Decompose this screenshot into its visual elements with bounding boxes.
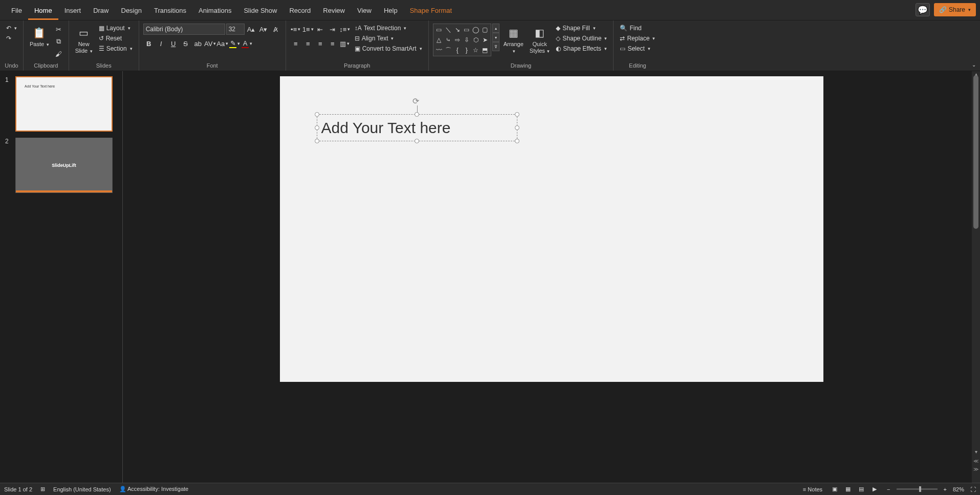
- bold-button[interactable]: B: [143, 38, 155, 49]
- gallery-down[interactable]: ▾: [492, 33, 499, 42]
- tab-help[interactable]: Help: [378, 3, 404, 20]
- vertical-scrollbar[interactable]: ▴ ▾ ≪ ≫: [972, 71, 980, 483]
- decrease-indent-button[interactable]: ⇤: [315, 24, 326, 35]
- tab-insert[interactable]: Insert: [58, 3, 88, 20]
- reset-button[interactable]: ↺ Reset: [97, 34, 135, 43]
- replace-button[interactable]: ⇄ Replace ▾: [618, 34, 657, 43]
- tab-shape-format[interactable]: Shape Format: [404, 3, 458, 20]
- shape-arrow-block[interactable]: ➤: [481, 35, 490, 45]
- shape-arrow-down[interactable]: ⇩: [462, 35, 471, 45]
- resize-handle-bm[interactable]: [415, 139, 419, 143]
- shape-brace-left[interactable]: {: [453, 46, 462, 55]
- zoom-level[interactable]: 82%: [953, 486, 964, 492]
- arrange-button[interactable]: ▦ Arrange▾: [502, 24, 526, 56]
- thumbnail-2[interactable]: 2 SlideUpLift: [5, 138, 117, 193]
- fit-to-window-button[interactable]: ⛶: [970, 486, 976, 492]
- tab-draw[interactable]: Draw: [87, 3, 115, 20]
- gallery-more[interactable]: ⊽: [492, 42, 499, 51]
- shape-line[interactable]: ＼: [444, 25, 453, 34]
- align-left-button[interactable]: ≡: [290, 38, 301, 49]
- tab-record[interactable]: Record: [283, 3, 317, 20]
- strikethrough-button[interactable]: S: [180, 38, 191, 49]
- resize-handle-tr[interactable]: [515, 112, 519, 117]
- shape-hexagon[interactable]: ⬡: [471, 35, 481, 45]
- select-button[interactable]: ▭ Select ▾: [618, 44, 657, 53]
- slideshow-view-button[interactable]: ▶: [868, 485, 881, 494]
- next-slide[interactable]: ≫: [972, 466, 980, 475]
- tab-slideshow[interactable]: Slide Show: [237, 3, 283, 20]
- textbox-content[interactable]: Add Your Text here: [321, 119, 451, 137]
- layout-button[interactable]: ▦ Layout ▾: [97, 24, 135, 33]
- columns-button[interactable]: ▥▾: [339, 38, 351, 49]
- align-text-button[interactable]: ⊟ Align Text ▾: [353, 34, 424, 43]
- align-right-button[interactable]: ≡: [315, 38, 326, 49]
- resize-handle-br[interactable]: [515, 139, 519, 143]
- shape-rectangle[interactable]: ▭: [462, 25, 471, 34]
- ribbon-collapse-button[interactable]: ⌄: [972, 62, 976, 68]
- line-spacing-button[interactable]: ↕≡▾: [339, 24, 351, 35]
- shrink-font-button[interactable]: A▾: [258, 24, 269, 35]
- reading-view-button[interactable]: ▤: [855, 485, 867, 494]
- rotate-handle[interactable]: ⟳: [412, 96, 422, 105]
- font-size-select[interactable]: [226, 24, 245, 35]
- undo-button[interactable]: ↶▾: [4, 24, 19, 33]
- tab-design[interactable]: Design: [115, 3, 148, 20]
- shape-triangle[interactable]: △: [434, 35, 444, 45]
- tab-view[interactable]: View: [351, 3, 378, 20]
- comments-button[interactable]: 💬: [916, 3, 930, 16]
- thumbnail-1[interactable]: 1 Add Your Text here: [5, 76, 117, 132]
- resize-handle-bl[interactable]: [315, 139, 319, 143]
- increase-indent-button[interactable]: ⇥: [327, 24, 338, 35]
- prev-slide[interactable]: ≪: [972, 458, 980, 466]
- shape-star[interactable]: ☆: [471, 46, 481, 55]
- shape-curve[interactable]: ⌒: [444, 46, 453, 55]
- font-color-button[interactable]: A▾: [242, 38, 253, 49]
- scroll-down[interactable]: ▾: [972, 449, 980, 457]
- copy-button[interactable]: ⧉: [53, 36, 64, 47]
- align-center-button[interactable]: ≡: [302, 38, 314, 49]
- change-case-button[interactable]: Aa▾: [217, 38, 228, 49]
- text-box[interactable]: ⟳ Add Your Text here: [317, 114, 517, 141]
- notes-button[interactable]: ≡ Notes: [803, 486, 822, 492]
- shape-freeform[interactable]: 〰: [434, 46, 444, 55]
- bullets-button[interactable]: •≡▾: [290, 24, 301, 35]
- tab-home[interactable]: Home: [28, 3, 58, 20]
- tab-file[interactable]: File: [5, 3, 28, 20]
- scroll-thumb[interactable]: [973, 75, 978, 229]
- quick-styles-button[interactable]: ◧ Quick Styles ▾: [528, 24, 552, 56]
- slide-counter[interactable]: Slide 1 of 2: [4, 486, 32, 492]
- font-name-select[interactable]: [143, 24, 225, 35]
- shapes-gallery[interactable]: ▭ ＼ ↘ ▭ ◯ ▢ △ ⤷ ⇨ ⇩ ⬡ ➤: [433, 24, 491, 56]
- convert-smartart-button[interactable]: ▣ Convert to SmartArt ▾: [353, 44, 424, 53]
- normal-view-button[interactable]: ▣: [829, 485, 841, 494]
- shape-line-arrow[interactable]: ↘: [453, 25, 462, 34]
- text-direction-button[interactable]: ↕A Text Direction ▾: [353, 24, 424, 33]
- slide[interactable]: ⟳ Add Your Text here: [280, 76, 823, 382]
- justify-button[interactable]: ≡: [327, 38, 338, 49]
- shadow-button[interactable]: ab: [192, 38, 204, 49]
- italic-button[interactable]: I: [156, 38, 167, 49]
- zoom-slider-thumb[interactable]: [919, 486, 921, 492]
- zoom-slider[interactable]: [897, 488, 938, 490]
- paste-button[interactable]: 📋 Paste ▾: [28, 24, 51, 50]
- resize-handle-mr[interactable]: [515, 125, 519, 130]
- gallery-up[interactable]: ▴: [492, 24, 499, 33]
- accessibility-status[interactable]: 👤 Accessibility: Investigate: [119, 486, 189, 492]
- shape-oval[interactable]: ◯: [471, 25, 481, 34]
- zoom-out-button[interactable]: −: [887, 486, 890, 492]
- shape-text-box[interactable]: ▭: [434, 25, 444, 34]
- underline-button[interactable]: U: [168, 38, 179, 49]
- resize-handle-ml[interactable]: [315, 125, 319, 130]
- resize-handle-tl[interactable]: [315, 112, 319, 117]
- zoom-in-button[interactable]: +: [944, 486, 947, 492]
- thumb-preview-2[interactable]: SlideUpLift: [15, 138, 113, 193]
- tab-review[interactable]: Review: [317, 3, 351, 20]
- shape-arrow-right[interactable]: ⇨: [453, 35, 462, 45]
- shape-fill-button[interactable]: ◆ Shape Fill ▾: [554, 24, 609, 33]
- shape-rounded-rect[interactable]: ▢: [481, 25, 490, 34]
- resize-handle-tm[interactable]: [415, 112, 419, 117]
- thumb-preview-1[interactable]: Add Your Text here: [15, 76, 113, 132]
- shape-connector[interactable]: ⤷: [444, 35, 453, 45]
- cut-button[interactable]: ✂: [53, 24, 64, 35]
- shape-brace-right[interactable]: }: [462, 46, 471, 55]
